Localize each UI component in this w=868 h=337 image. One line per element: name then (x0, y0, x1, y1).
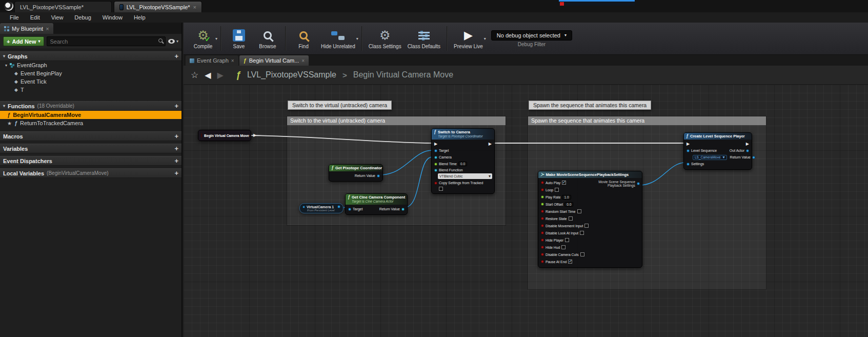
menu-help[interactable]: Help (128, 12, 151, 23)
node-get-pixotope-coordinator[interactable]: ƒ Get Pixotope Coordinator Return Value (329, 164, 383, 182)
blend-time-pin[interactable] (434, 163, 437, 166)
favorite-star-icon[interactable]: ☆ (191, 70, 198, 81)
search-input[interactable] (47, 36, 166, 46)
tree-item-eventgraph[interactable]: ▾ EventGraph (0, 61, 181, 69)
blend-function-dropdown[interactable]: VTBlend Cubic ▾ (438, 173, 492, 179)
target-pin[interactable] (348, 208, 351, 211)
tree-item-event-beginplay[interactable]: ◆ Event BeginPlay (0, 69, 181, 77)
variable-out-pin[interactable] (337, 205, 340, 208)
restore-state-pin[interactable] (541, 217, 544, 220)
play-rate-value[interactable]: 1.0 (562, 195, 571, 200)
hide-hud-pin[interactable] (541, 246, 544, 249)
start-offset-pin[interactable] (541, 203, 544, 206)
tree-item-event-tick[interactable]: ◆ Event Tick (0, 77, 181, 86)
node-get-cine-camera-component[interactable]: ƒ Get Cine Camera Component Target is Ci… (345, 193, 408, 215)
return-value-pin[interactable] (401, 208, 405, 211)
node-make-playback-settings[interactable]: ≻ Make MovieSceneSequencePlaybackSetting… (538, 171, 642, 268)
tab-my-blueprint[interactable]: My Blueprint × (0, 23, 53, 34)
disable-camera-cuts-pin[interactable] (541, 253, 544, 256)
close-icon[interactable]: × (231, 58, 234, 64)
section-variables[interactable]: Variables + (0, 144, 181, 153)
comment-title[interactable]: Spawn the sequence that animates this ca… (528, 116, 766, 125)
menu-window[interactable]: Window (97, 12, 128, 23)
level-sequence-asset-picker[interactable]: LS_CameraMove ▾ (693, 155, 727, 160)
disable-movement-input-checkbox[interactable] (584, 224, 589, 228)
comment-title[interactable]: Switch to the virtual (untracked) camera (287, 116, 506, 125)
add-local-variable-button[interactable]: + (174, 168, 178, 178)
hide-unrelated-button[interactable]: Hide Unrelated ▾ (318, 24, 358, 53)
node-begin-virtual-camera-move[interactable]: Begin Virtual Camera Move ▶ (198, 130, 251, 141)
node-switch-to-camera[interactable]: ƒ Switch to Camera Target is Pixotope Co… (431, 128, 495, 194)
save-button[interactable]: Save (225, 24, 253, 53)
auto-play-pin[interactable] (541, 181, 544, 184)
close-icon[interactable]: × (46, 26, 49, 32)
play-rate-pin[interactable] (541, 195, 544, 199)
hide-player-pin[interactable] (541, 239, 544, 242)
return-value-pin[interactable] (752, 156, 755, 159)
debug-object-dropdown[interactable]: No debug object selected ▾ (491, 30, 572, 41)
close-icon[interactable]: × (301, 58, 305, 64)
unreal-logo-icon[interactable] (4, 2, 13, 11)
disable-look-at-input-checkbox[interactable] (580, 231, 584, 235)
tree-item-returntotrackedcamera[interactable]: ★ ƒ ReturnToTrackedCamera (0, 119, 181, 127)
menu-view[interactable]: View (46, 12, 69, 23)
menu-file[interactable]: File (4, 12, 25, 23)
hide-player-checkbox[interactable] (565, 238, 569, 242)
close-icon[interactable]: × (193, 4, 196, 10)
tree-item-beginvirtualcameramove[interactable]: ƒ BeginVirtualCameraMove (0, 111, 181, 119)
pause-at-end-pin[interactable] (541, 260, 544, 263)
random-start-time-pin[interactable] (541, 210, 544, 213)
section-local-variables[interactable]: Local Variables (BeginVirtualCameraMove)… (0, 168, 181, 178)
add-new-button[interactable]: + Add New ▾ (3, 36, 44, 46)
disable-movement-input-pin[interactable] (541, 224, 544, 227)
return-value-pin[interactable] (377, 174, 380, 177)
exec-out-pin[interactable]: ▶ (489, 142, 492, 146)
start-offset-value[interactable]: 0.0 (564, 202, 573, 207)
node-virtualcamera-variable[interactable]: VirtualCamera 1 From Persistent Level (299, 203, 344, 213)
back-button[interactable]: ◀ (205, 70, 211, 80)
pause-at-end-checkbox[interactable] (568, 260, 572, 264)
collapse-arrow-icon[interactable]: ▾ (5, 63, 7, 68)
auto-play-checkbox[interactable] (562, 181, 566, 185)
add-variable-button[interactable]: + (174, 144, 178, 153)
disable-camera-cuts-checkbox[interactable] (580, 252, 584, 256)
out-actor-pin[interactable] (746, 149, 749, 152)
asset-tab-active[interactable]: LVL_PixotopeVSSample* × (114, 1, 202, 12)
add-graph-button[interactable]: + (174, 51, 178, 61)
add-function-button[interactable]: + (174, 101, 178, 111)
exec-in-pin[interactable]: ▶ (687, 142, 690, 146)
graph-canvas[interactable]: Switch to the virtual (untracked) camera… (184, 85, 868, 337)
asset-tab-inactive[interactable]: LVL_PixotopeVSSample* (14, 1, 112, 12)
blend-function-pin[interactable] (434, 169, 437, 172)
tab-event-graph[interactable]: Event Graph × (186, 55, 238, 66)
camera-pin[interactable] (434, 156, 437, 159)
node-create-level-sequence-player[interactable]: ƒ Create Level Sequence Player ▶ ▶ Level… (683, 132, 752, 170)
restore-state-checkbox[interactable] (569, 216, 573, 221)
blend-time-value[interactable]: 0.0 (458, 162, 467, 166)
exec-in-pin[interactable]: ▶ (434, 142, 437, 146)
section-graphs[interactable]: ▾ Graphs + (0, 51, 181, 61)
preview-live-button[interactable]: ▶ Preview Live ▾ (451, 24, 486, 53)
browse-button[interactable]: Browse (253, 24, 282, 53)
exec-out-pin[interactable]: ▶ (746, 142, 749, 146)
breadcrumb-root[interactable]: LVL_PixotopeVSSample (247, 70, 336, 80)
level-sequence-pin[interactable] (687, 149, 690, 152)
disable-look-at-input-pin[interactable] (541, 231, 544, 234)
settings-pin[interactable] (687, 163, 690, 166)
add-dispatcher-button[interactable]: + (174, 156, 178, 166)
chevron-down-icon[interactable]: ▾ (356, 36, 358, 41)
menu-edit[interactable]: Edit (25, 12, 46, 23)
chevron-down-icon[interactable]: ▾ (215, 36, 217, 41)
menu-debug[interactable]: Debug (69, 12, 96, 23)
section-macros[interactable]: Macros + (0, 131, 181, 141)
exec-out-pin[interactable]: ▶ (253, 133, 256, 137)
random-start-time-checkbox[interactable] (577, 209, 581, 213)
loop-checkbox[interactable] (555, 188, 559, 192)
tab-begin-virtual-cam[interactable]: ƒ Begin Virtual Cam... × (239, 55, 309, 66)
copy-settings-checkbox[interactable] (439, 187, 443, 191)
visibility-filter-button[interactable]: ▾ (168, 39, 178, 44)
target-pin[interactable] (434, 149, 437, 152)
compile-button[interactable]: ⚙ ✓ Compile ▾ (189, 24, 217, 53)
find-button[interactable]: Find (289, 24, 318, 53)
loop-pin[interactable] (541, 188, 544, 191)
